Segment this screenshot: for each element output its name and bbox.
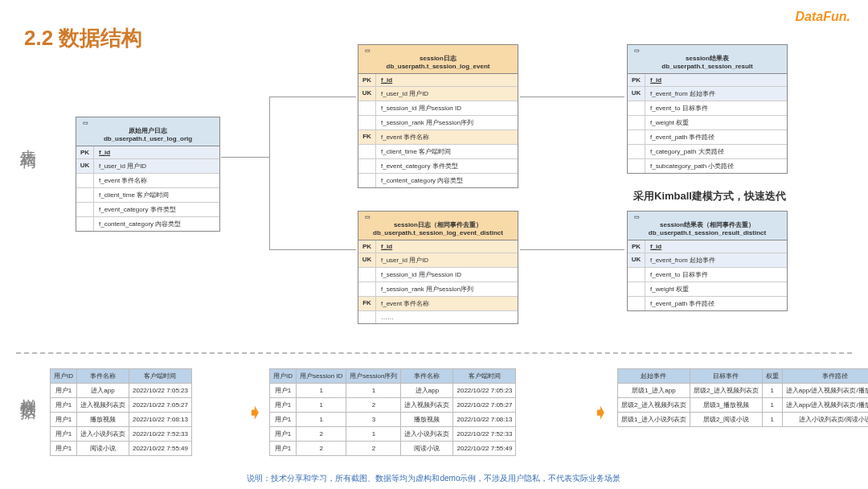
table-cell: 2022/10/22 7:05:27: [129, 398, 192, 413]
arrow-icon: ➧: [593, 402, 608, 423]
table-header: 用户session ID: [297, 369, 346, 384]
field-key: [358, 159, 376, 173]
entity-field-row: PKf_id: [628, 74, 787, 86]
table-cell: 进入小说列表页/阅读小说: [782, 413, 868, 427]
entity-field-row: f_client_time 客户端时间: [358, 144, 518, 158]
table-cell: 进入app/进入视频列表页/播放视频: [782, 384, 868, 398]
field-key: [628, 297, 645, 310]
field-name: f_content_category 内容类型: [94, 217, 219, 231]
entity-user-log-orig: ▭原始用户日志db_userpath.t_user_log_origPKf_id…: [76, 117, 220, 232]
connector: [520, 249, 624, 250]
field-name: f_event_to 目标事件: [645, 101, 787, 115]
entity-field-row: FKf_event 事件名称: [358, 296, 518, 310]
table-row: 用户111进入app2022/10/22 7:05:23: [270, 384, 516, 398]
field-key: [628, 268, 645, 281]
entity-field-row: UKf_user_id 用户ID: [358, 86, 518, 101]
table-icon: ▭: [631, 47, 784, 54]
field-key: [628, 145, 645, 158]
field-key: PK: [358, 240, 376, 253]
table-cell: 1: [762, 384, 782, 398]
entity-field-row: f_event_path 事件路径: [628, 296, 787, 310]
entity-field-row: PKf_id: [358, 240, 518, 253]
entity-field-row: UKf_user_id 用户ID: [76, 158, 219, 173]
entity-field-row: UKf_user_id 用户ID: [358, 253, 518, 267]
table-row: 层级1_进入小说列表页层级2_阅读小说1进入小说列表页/阅读小说: [618, 413, 869, 427]
field-name: f_event_to 目标事件: [645, 268, 787, 281]
section-divider: [16, 352, 852, 354]
field-name: f_client_time 客户端时间: [94, 188, 219, 202]
table-cell: 层级3_播放视频: [690, 398, 762, 413]
field-name: f_weight 权重: [645, 282, 787, 296]
table-cell: 1: [762, 398, 782, 413]
table-cell: 2022/10/22 7:52:33: [129, 427, 192, 442]
brand-logo: DataFun.: [796, 10, 850, 24]
table-header: 客户端时间: [129, 369, 192, 384]
table-icon: ▭: [80, 120, 216, 126]
table-cell: 进入app/进入视频列表页/播放视频: [782, 398, 868, 413]
field-key: [358, 145, 376, 158]
entity-session-result-distinct: ▭session结果表（相同事件去重）db_userpath.t_session…: [627, 211, 788, 311]
entity-field-row: f_event 事件名称: [76, 173, 219, 187]
field-key: UK: [358, 253, 376, 267]
field-key: UK: [628, 87, 645, 101]
connector: [269, 97, 356, 97]
entity-field-row: f_subcategory_path 小类路径: [628, 158, 787, 173]
table-cell: 2: [297, 427, 346, 442]
field-key: [76, 188, 94, 202]
field-key: UK: [628, 253, 645, 267]
entity-field-row: f_session_rank 用户session序列: [358, 115, 518, 129]
field-key: PK: [358, 74, 376, 86]
table-cell: 2022/10/22 7:05:23: [453, 384, 516, 398]
entity-field-row: UKf_event_from 起始事件: [628, 253, 787, 267]
field-name: f_id: [376, 74, 518, 86]
entity-title: ▭session日志（相同事件去重）db_userpath.t_session_…: [358, 212, 518, 240]
table-cell: 用户1: [51, 427, 77, 442]
table-row: 用户1进入小说列表页2022/10/22 7:52:33: [51, 427, 192, 442]
table-cell: 进入小说列表页: [401, 427, 453, 442]
entity-field-row: f_event_category 事件类型: [76, 202, 219, 216]
kimball-note: 采用Kimball建模方式，快速迭代: [633, 189, 786, 203]
table-cell: 用户1: [51, 442, 77, 456]
footer-disclaimer: 说明：技术分享和学习，所有截图、数据等均为虚构和demo示例，不涉及用户隐私，不…: [0, 473, 868, 484]
field-name: f_id: [645, 240, 787, 253]
page-title: 2.2 数据结构: [24, 24, 142, 52]
entity-session-log-event-distinct: ▭session日志（相同事件去重）db_userpath.t_session_…: [358, 211, 518, 324]
field-key: [358, 268, 376, 281]
table-row: 用户1进入app2022/10/22 7:05:23: [51, 384, 192, 398]
field-name: f_id: [94, 146, 219, 158]
field-key: [628, 130, 645, 144]
field-name: f_event_category 事件类型: [376, 159, 518, 173]
field-name: f_user_id 用户ID: [376, 253, 518, 267]
field-name: f_event 事件名称: [94, 174, 219, 187]
table-row: 用户1阅读小说2022/10/22 7:55:49: [51, 442, 192, 456]
entity-field-row: f_content_category 内容类型: [358, 173, 518, 187]
table-header: 权重: [762, 369, 782, 384]
field-key: [358, 311, 376, 323]
field-name: f_event_from 起始事件: [645, 253, 787, 267]
entity-title: ▭session结果表（相同事件去重）db_userpath.t_session…: [628, 212, 787, 240]
table-cell: 2022/10/22 7:52:33: [453, 427, 516, 442]
table-cell: 1: [346, 427, 401, 442]
sample-table-raw-log: 用户ID事件名称客户端时间用户1进入app2022/10/22 7:05:23用…: [50, 368, 192, 456]
entity-field-row: ……: [358, 310, 518, 323]
table-row: 用户1播放视频2022/10/22 7:08:13: [51, 413, 192, 427]
table-header: 事件名称: [401, 369, 453, 384]
table-cell: 进入小说列表页: [77, 427, 129, 442]
table-cell: 进入视频列表页: [77, 398, 129, 413]
table-row: 层级2_进入视频列表页层级3_播放视频1进入app/进入视频列表页/播放视频: [618, 398, 869, 413]
table-cell: 层级1_进入小说列表页: [618, 413, 690, 427]
table-cell: 用户1: [270, 427, 297, 442]
entity-field-row: f_category_path 大类路径: [628, 144, 787, 158]
table-row: 用户112进入视频列表页2022/10/22 7:05:27: [270, 398, 516, 413]
field-name: f_event 事件名称: [376, 297, 518, 310]
entity-field-row: f_session_id 用户session ID: [358, 101, 518, 115]
table-cell: 用户1: [270, 442, 297, 456]
field-name: f_event_category 事件类型: [94, 203, 219, 216]
entity-field-row: f_event_to 目标事件: [628, 267, 787, 281]
table-cell: 1: [297, 413, 346, 427]
field-name: ……: [376, 311, 518, 323]
connector: [520, 97, 624, 97]
side-label-structure: 表结构: [18, 137, 39, 142]
field-key: [628, 282, 645, 296]
entity-field-row: f_client_time 客户端时间: [76, 187, 219, 202]
